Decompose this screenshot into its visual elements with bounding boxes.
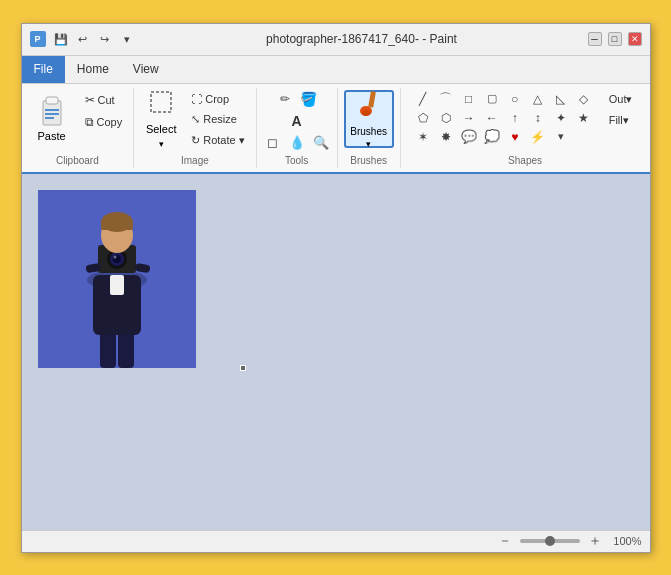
rotate-button[interactable]: ↻ Rotate ▾ xyxy=(186,131,249,150)
paste-button[interactable]: Paste xyxy=(28,90,76,148)
shape-ellipse[interactable]: ○ xyxy=(505,90,525,108)
shape-star4[interactable]: ✦ xyxy=(551,109,571,127)
shape-arrow-left[interactable]: ← xyxy=(482,109,502,127)
shape-heart[interactable]: ♥ xyxy=(505,128,525,146)
svg-point-8 xyxy=(362,110,370,116)
select-chevron: ▾ xyxy=(159,139,164,149)
title-bar: P 💾 ↩ ↪ ▾ photographer-1867417_640- - Pa… xyxy=(22,24,650,56)
zoom-in-button[interactable]: ＋ xyxy=(584,532,606,550)
brushes-label: Brushes xyxy=(350,126,387,137)
fill-button[interactable]: Fill▾ xyxy=(604,111,638,130)
image-actions: ⛶ Crop ⤡ Resize ↻ Rotate ▾ xyxy=(186,90,249,150)
redo-button[interactable]: ↪ xyxy=(96,30,114,48)
zoom-out-button[interactable]: － xyxy=(494,532,516,550)
select-icon xyxy=(147,88,175,119)
fill-tool[interactable]: 🪣 xyxy=(299,90,319,108)
menu-file[interactable]: File xyxy=(22,56,65,83)
quick-access-toolbar: 💾 ↩ ↪ ▾ xyxy=(52,30,136,48)
shape-right-triangle[interactable]: ◺ xyxy=(551,90,571,108)
svg-rect-4 xyxy=(45,117,54,119)
shape-curve[interactable]: ⌒ xyxy=(436,90,456,108)
shape-hexagon[interactable]: ⬡ xyxy=(436,109,456,127)
shapes-grid: ╱ ⌒ □ ▢ ○ △ ◺ ◇ ⬠ ⬡ → ← ↑ ↕ xyxy=(413,90,596,146)
maximize-button[interactable]: □ xyxy=(608,32,622,46)
cut-button[interactable]: ✂ Cut xyxy=(80,90,128,110)
customize-button[interactable]: ▾ xyxy=(118,30,136,48)
app-icon: P xyxy=(30,31,46,47)
copy-button[interactable]: ⧉ Copy xyxy=(80,112,128,132)
paint-canvas xyxy=(38,190,196,368)
undo-button[interactable]: ↩ xyxy=(74,30,92,48)
canvas-area[interactable] xyxy=(22,174,650,530)
brush-icon xyxy=(353,89,385,124)
select-button[interactable]: Select ▾ xyxy=(140,90,182,148)
canvas-image xyxy=(38,190,196,368)
image-content: Select ▾ ⛶ Crop ⤡ Resize ↻ Rotate ▾ xyxy=(140,90,249,153)
zoom-level: 100% xyxy=(610,535,642,547)
clipboard-small-buttons: ✂ Cut ⧉ Copy xyxy=(80,90,128,132)
color-picker-tool[interactable]: 💧 xyxy=(287,134,307,152)
scissors-icon: ✂ xyxy=(85,93,95,107)
svg-rect-21 xyxy=(134,262,150,272)
brushes-content: Brushes ▾ xyxy=(344,90,394,153)
select-label: Select xyxy=(146,123,177,135)
copy-icon: ⧉ xyxy=(85,115,94,129)
shape-rounded-rect[interactable]: ▢ xyxy=(482,90,502,108)
ribbon-image-group: Select ▾ ⛶ Crop ⤡ Resize ↻ Rotate ▾ xyxy=(134,88,256,168)
shape-rect[interactable]: □ xyxy=(459,90,479,108)
clipboard-content: Paste ✂ Cut ⧉ Copy xyxy=(28,90,128,153)
minimize-button[interactable]: ─ xyxy=(588,32,602,46)
shape-callout-rect[interactable]: 💬 xyxy=(459,128,479,146)
zoom-slider[interactable] xyxy=(520,539,580,543)
menu-view[interactable]: View xyxy=(121,56,171,83)
paint-window: P 💾 ↩ ↪ ▾ photographer-1867417_640- - Pa… xyxy=(21,23,651,553)
close-button[interactable]: ✕ xyxy=(628,32,642,46)
crop-button[interactable]: ⛶ Crop xyxy=(186,90,249,108)
outline-button[interactable]: Out▾ xyxy=(604,90,638,109)
menu-home[interactable]: Home xyxy=(65,56,121,83)
shape-line[interactable]: ╱ xyxy=(413,90,433,108)
shape-callout-oval[interactable]: 💭 xyxy=(482,128,502,146)
svg-rect-13 xyxy=(110,275,124,295)
shapes-label: Shapes xyxy=(508,155,542,166)
resize-handle-right[interactable] xyxy=(240,365,246,371)
shape-triangle[interactable]: △ xyxy=(528,90,548,108)
brushes-group-label: Brushes xyxy=(350,155,387,166)
shapes-content: ╱ ⌒ □ ▢ ○ △ ◺ ◇ ⬠ ⬡ → ← ↑ ↕ xyxy=(413,90,638,153)
svg-rect-5 xyxy=(151,92,171,112)
shapes-right-buttons: Out▾ Fill▾ xyxy=(604,90,638,130)
clipboard-label: Clipboard xyxy=(56,155,99,166)
shape-star-fancy[interactable]: ✸ xyxy=(436,128,456,146)
svg-rect-24 xyxy=(101,222,133,230)
tools-content: ✏ 🪣 A ◻ 💧 🔍 xyxy=(263,90,331,153)
ribbon-shapes-group: ╱ ⌒ □ ▢ ○ △ ◺ ◇ ⬠ ⬡ → ← ↑ ↕ xyxy=(401,88,650,168)
resize-icon: ⤡ xyxy=(191,113,200,126)
svg-point-19 xyxy=(113,255,116,258)
paste-icon xyxy=(37,96,67,128)
resize-button[interactable]: ⤡ Resize xyxy=(186,110,249,129)
paste-label: Paste xyxy=(37,130,65,142)
shape-star5[interactable]: ★ xyxy=(574,109,594,127)
shape-pentagon[interactable]: ⬠ xyxy=(413,109,433,127)
ribbon-tools-group: ✏ 🪣 A ◻ 💧 🔍 xyxy=(257,88,338,168)
crop-icon: ⛶ xyxy=(191,93,202,105)
svg-rect-6 xyxy=(368,91,376,108)
brushes-button[interactable]: Brushes ▾ xyxy=(344,90,394,148)
zoom-controls: － ＋ 100% xyxy=(494,532,642,550)
svg-rect-3 xyxy=(45,113,59,115)
status-bar: － ＋ 100% xyxy=(22,530,650,552)
shape-arrow-up[interactable]: ↑ xyxy=(505,109,525,127)
shape-arrow-right[interactable]: → xyxy=(459,109,479,127)
text-tool[interactable]: A xyxy=(287,112,307,130)
shape-more[interactable]: ▾ xyxy=(551,128,571,146)
pencil-tool[interactable]: ✏ xyxy=(275,90,295,108)
save-button[interactable]: 💾 xyxy=(52,30,70,48)
tools-label: Tools xyxy=(285,155,308,166)
ribbon-brushes-group: Brushes ▾ Brushes xyxy=(338,88,401,168)
shape-star6[interactable]: ✶ xyxy=(413,128,433,146)
magnifier-tool[interactable]: 🔍 xyxy=(311,134,331,152)
shape-lightning[interactable]: ⚡ xyxy=(528,128,548,146)
shape-diamond[interactable]: ◇ xyxy=(574,90,594,108)
eraser-tool[interactable]: ◻ xyxy=(263,134,283,152)
shape-arrow-4way[interactable]: ↕ xyxy=(528,109,548,127)
